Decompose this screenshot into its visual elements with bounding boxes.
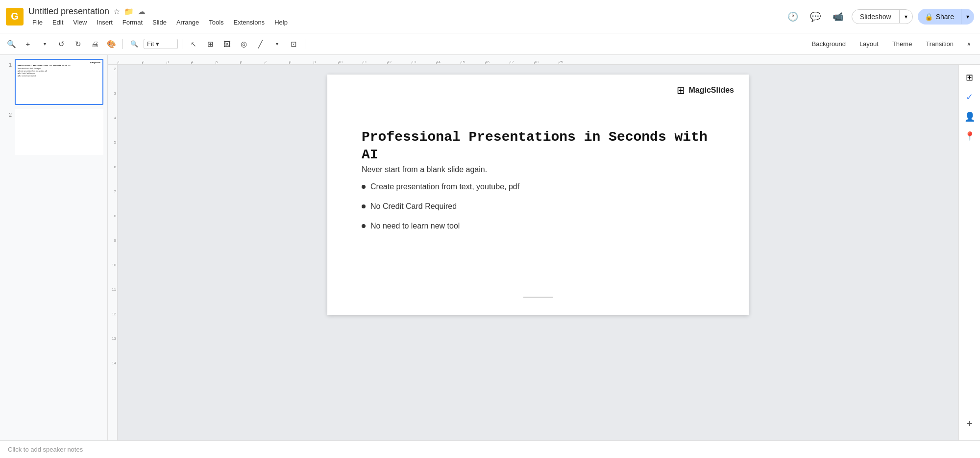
line-dropdown-btn[interactable]: ▾ [270,37,284,51]
title-bar-actions: 🕐 💬 📹 Slideshow ▾ 🔒 Share ▾ [784,8,974,25]
notes-area[interactable]: Click to add speaker notes [0,440,980,458]
slideshow-dropdown-arrow[interactable]: ▾ [899,10,912,23]
slide-bottom-line [523,297,553,298]
menu-file[interactable]: File [28,18,47,27]
paint-format-btn[interactable]: 🎨 [104,37,119,51]
slide-title[interactable]: Professional Presentations in Seconds wi… [362,128,714,164]
zoom-icon-btn[interactable]: 🔍 [127,37,142,51]
theme-btn[interactable]: Theme [886,38,918,50]
v-ruler-mark: 10 [112,263,117,287]
bullet-text-3: No need to learn new tool [370,222,460,230]
ruler-mark: 18 [534,60,559,64]
bullet-item-3[interactable]: No need to learn new tool [362,222,519,230]
slides-panel: 1 ⊞ MagicSlides Professional Presentatio… [0,55,108,440]
slide-bullets: Create presentation from text, youtube, … [362,182,519,241]
slide-subtitle[interactable]: Never start from a blank slide again. [362,165,487,174]
transition-btn[interactable]: Transition [920,38,959,50]
collapse-toolbar-btn[interactable]: ∧ [961,37,976,51]
slide-thumbnail-2[interactable] [15,109,103,155]
select-tool-btn[interactable]: ↖ [186,37,201,51]
slide-logo: ⊞ MagicSlides [677,84,734,96]
select-region-btn[interactable]: ⊞ [203,37,218,51]
v-ruler-mark: 2 [114,67,117,91]
camera-icon-btn[interactable]: 📹 [829,8,847,25]
v-ruler-mark: 12 [112,312,117,336]
separator-3 [305,39,305,49]
background-btn[interactable]: Background [806,38,851,50]
slideshow-button[interactable]: Slideshow ▾ [852,9,913,24]
title-bar: G Untitled presentation ☆ 📁 ☁ File Edit … [0,0,980,33]
ruler-mark: 8 [289,60,314,64]
bullet-dot-2 [362,204,366,208]
ruler-mark: 2 [142,60,167,64]
ruler-mark: 12 [387,60,412,64]
separator-2 [182,39,182,49]
sidebar-check-icon[interactable]: ✓ [961,88,979,106]
sidebar-map-icon[interactable]: 📍 [961,127,979,145]
vertical-ruler: 2 3 4 5 6 7 8 9 10 11 12 13 14 [108,65,118,440]
zoom-dropdown-btn[interactable]: ▾ [37,37,52,51]
sidebar-person-icon[interactable]: 👤 [961,108,979,126]
canvas-area[interactable]: ⊞ MagicSlides Professional Presentations… [118,65,958,440]
thumb-bullet-1: Create presentation from text, youtube, … [18,70,100,72]
ruler-mark: 25 [559,60,583,64]
share-button-main[interactable]: 🔒 Share [918,9,961,25]
ruler-mark: 15 [461,60,485,64]
slide-canvas[interactable]: ⊞ MagicSlides Professional Presentations… [327,75,749,315]
menu-help[interactable]: Help [270,18,292,27]
doc-title[interactable]: Untitled presentation [28,6,109,17]
magic-slides-logo-text: MagicSlides [689,86,734,95]
menu-extensions[interactable]: Extensions [230,18,269,27]
slideshow-button-main[interactable]: Slideshow [852,10,899,24]
sidebar-table-icon[interactable]: ⊞ [961,69,979,86]
menu-edit[interactable]: Edit [49,18,67,27]
menu-view[interactable]: View [69,18,91,27]
thumb-bullet-3: No need to learn new tool [18,75,100,77]
ruler-mark: 4 [191,60,216,64]
shape-btn[interactable]: ◎ [236,37,251,51]
folder-icon[interactable]: 📁 [124,7,134,16]
lock-icon: 🔒 [925,13,933,21]
print-btn[interactable]: 🖨 [87,37,102,51]
toolbar: 🔍 + ▾ ↺ ↻ 🖨 🎨 🔍 Fit ▾ ↖ ⊞ 🖼 ◎ ╱ ▾ ⊡ Back… [0,33,980,55]
zoom-in-btn[interactable]: + [21,37,35,51]
menu-slide[interactable]: Slide [148,18,171,27]
menu-format[interactable]: Format [119,18,147,27]
history-icon-btn[interactable]: 🕐 [784,8,802,25]
star-icon[interactable]: ☆ [113,7,120,16]
bullet-text-2: No Credit Card Required [370,202,457,211]
thumb-bullet-2: No Credit Card Required [18,73,100,75]
ruler-content: 1 2 3 4 5 6 7 8 9 10 11 12 13 14 15 16 1… [118,60,583,64]
redo-btn[interactable]: ↻ [71,37,85,51]
thumb-logo: ⊞ MagicSlides [18,62,100,64]
app-icon-letter: G [11,11,19,22]
image-btn[interactable]: 🖼 [220,37,234,51]
menu-tools[interactable]: Tools [205,18,227,27]
app-icon: G [6,8,24,25]
doc-title-row: Untitled presentation ☆ 📁 ☁ [28,6,784,17]
menu-insert[interactable]: Insert [93,18,117,27]
comment-icon-btn[interactable]: 💬 [807,8,824,25]
line-btn[interactable]: ╱ [253,37,268,51]
layout-btn[interactable]: Layout [854,38,884,50]
ruler-mark: 7 [265,60,289,64]
ruler-mark: 9 [314,60,338,64]
share-button[interactable]: 🔒 Share ▾ [918,9,974,25]
undo-btn[interactable]: ↺ [54,37,69,51]
thumb-title: Professional Presentations in Seconds wi… [18,65,100,67]
share-dropdown-arrow[interactable]: ▾ [961,9,974,24]
cloud-icon[interactable]: ☁ [138,7,146,16]
zoom-selector[interactable]: Fit ▾ [144,39,178,49]
sidebar-plus-icon[interactable]: + [961,415,979,433]
notes-placeholder[interactable]: Click to add speaker notes [8,446,83,453]
ruler-mark: 14 [436,60,461,64]
slide-thumbnail-1[interactable]: ⊞ MagicSlides Professional Presentations… [15,59,103,105]
bullet-item-2[interactable]: No Credit Card Required [362,202,519,211]
ruler-mark: 1 [118,60,142,64]
ruler-area: 1 2 3 4 5 6 7 8 9 10 11 12 13 14 15 16 1… [108,55,980,440]
bullet-item-1[interactable]: Create presentation from text, youtube, … [362,182,519,191]
menu-arrange[interactable]: Arrange [172,18,203,27]
text-box-btn[interactable]: ⊡ [286,37,301,51]
search-tool-btn[interactable]: 🔍 [4,37,19,51]
slide-number-2: 2 [4,109,12,118]
